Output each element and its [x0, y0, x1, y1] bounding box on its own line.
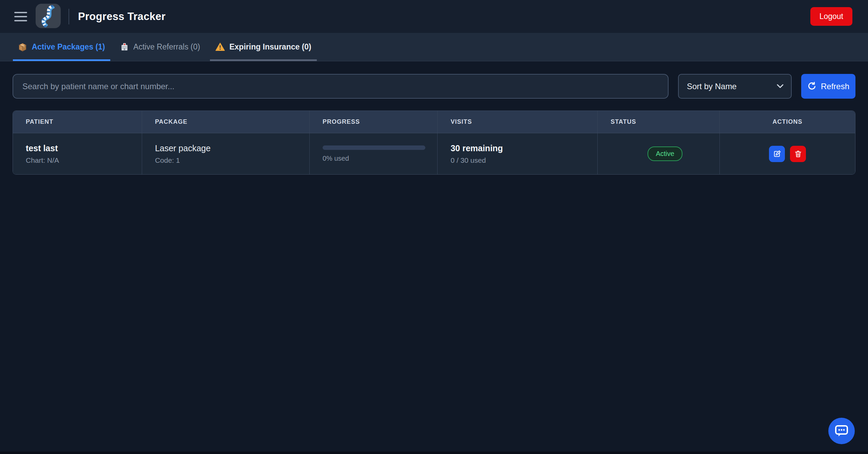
package-icon	[18, 42, 27, 52]
tab-active-referrals[interactable]: Active Referrals (0)	[110, 33, 210, 61]
tab-expiring-insurance[interactable]: Expiring Insurance (0)	[210, 33, 317, 61]
tab-active-packages[interactable]: Active Packages (1)	[13, 33, 110, 61]
sort-dropdown-value: Sort by Name	[687, 82, 737, 91]
package-code: Code: 1	[155, 156, 309, 164]
progress-cell: 0% used	[309, 133, 437, 174]
refresh-icon	[807, 82, 816, 91]
packages-table: Patient Package Progress Visits Status A…	[13, 111, 855, 175]
chat-fab-button[interactable]	[828, 418, 855, 444]
search-input[interactable]	[13, 74, 669, 99]
hamburger-menu-icon[interactable]	[14, 12, 27, 21]
column-header-package: Package	[142, 111, 309, 133]
progress-bar-track	[323, 145, 425, 150]
progress-label: 0% used	[323, 155, 437, 162]
patient-cell: test last Chart: N/A	[13, 133, 142, 174]
package-cell: Laser package Code: 1	[142, 133, 309, 174]
delete-button[interactable]	[790, 146, 806, 162]
table-header-row: Patient Package Progress Visits Status A…	[13, 111, 855, 133]
column-header-visits: Visits	[437, 111, 597, 133]
app-header: Progress Tracker Logout	[0, 0, 868, 33]
chat-bubble-icon	[834, 424, 849, 438]
status-cell: Active	[597, 133, 719, 174]
chevron-down-icon	[776, 84, 784, 89]
refresh-button[interactable]: Refresh	[801, 74, 855, 99]
tab-bar: Active Packages (1) Active Referrals (0)…	[0, 33, 868, 61]
edit-button[interactable]	[769, 146, 785, 162]
visits-cell: 30 remaining 0 / 30 used	[437, 133, 597, 174]
trash-icon	[794, 150, 802, 158]
status-badge: Active	[648, 146, 682, 161]
tab-expiring-insurance-label: Expiring Insurance (0)	[229, 42, 311, 52]
column-header-progress: Progress	[309, 111, 437, 133]
sort-dropdown[interactable]: Sort by Name	[678, 74, 792, 99]
warning-icon	[215, 42, 225, 51]
tab-active-referrals-label: Active Referrals (0)	[133, 42, 200, 52]
refresh-button-label: Refresh	[821, 82, 849, 91]
column-header-patient: Patient	[13, 111, 142, 133]
logout-button[interactable]: Logout	[810, 7, 852, 26]
page-title: Progress Tracker	[78, 11, 166, 23]
app-logo-spine-icon	[35, 3, 61, 30]
patient-chart: Chart: N/A	[26, 156, 142, 164]
visits-remaining: 30 remaining	[450, 143, 597, 153]
bottom-edge-strip	[0, 452, 868, 454]
tab-active-packages-label: Active Packages (1)	[32, 42, 105, 52]
column-header-status: Status	[597, 111, 719, 133]
controls-row: Sort by Name Refresh	[0, 74, 868, 99]
header-divider	[69, 9, 69, 24]
patient-name: test last	[26, 143, 142, 153]
actions-cell	[719, 133, 855, 174]
table-row: test last Chart: N/A Laser package Code:…	[13, 133, 855, 174]
visits-used: 0 / 30 used	[450, 156, 597, 164]
hospital-icon	[120, 42, 129, 51]
edit-pencil-icon	[773, 150, 781, 158]
column-header-actions: Actions	[719, 111, 855, 133]
package-name: Laser package	[155, 143, 309, 153]
